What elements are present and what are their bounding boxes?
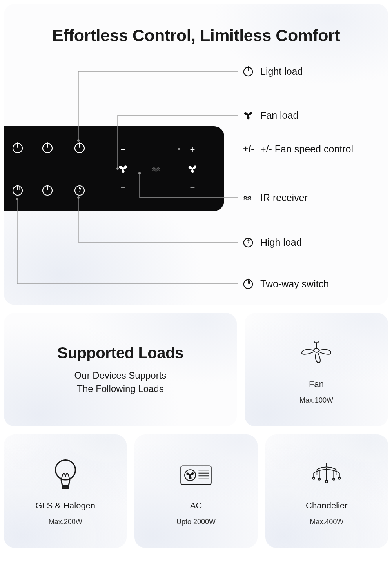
load-name: Fan — [309, 379, 324, 389]
load-tile-fan: Fan Max.100W — [245, 313, 388, 426]
panel-power-2 — [31, 126, 64, 169]
plus-icon: + — [190, 145, 195, 154]
callout-text: +/- Fan speed control — [260, 143, 353, 155]
ir-icon — [242, 191, 255, 204]
panel-power-3 — [64, 126, 96, 169]
panel-high-load-icon — [64, 169, 96, 211]
panel-two-way-icon — [4, 169, 31, 211]
minus-icon: − — [190, 183, 195, 192]
chandelier-icon — [309, 457, 344, 494]
panel-fan-control-2: + − — [163, 145, 222, 192]
panel-power-5 — [31, 169, 64, 211]
load-max: Max.100W — [299, 396, 333, 405]
power-icon — [242, 65, 255, 78]
callout-text: Two-way switch — [260, 278, 329, 290]
hero-title: Effortless Control, Limitless Comfort — [4, 4, 388, 45]
load-max: Max.400W — [310, 518, 343, 526]
callout-text: Light load — [260, 66, 303, 77]
panel-ir-icon — [151, 163, 163, 174]
callout-high-load: High load — [242, 236, 302, 249]
loads-header-card: Supported Loads Our Devices Supports The… — [4, 313, 237, 426]
ceiling-fan-icon — [299, 335, 334, 372]
hero-diagram-card: Effortless Control, Limitless Comfort + … — [4, 4, 388, 305]
fan-icon — [187, 163, 198, 174]
fan-icon — [117, 163, 129, 174]
bulb-icon — [48, 457, 83, 494]
ac-unit-icon — [178, 457, 214, 494]
power-bolt-icon — [242, 236, 255, 249]
load-max: Max.200W — [49, 518, 82, 526]
load-tile-ac: AC Upto 2000W — [134, 434, 257, 548]
load-tile-chandelier: Chandelier Max.400W — [265, 434, 388, 548]
load-name: Chandelier — [306, 501, 347, 511]
callout-light-load: Light load — [242, 65, 303, 78]
load-name: GLS & Halogen — [35, 501, 95, 511]
loads-title: Supported Loads — [57, 344, 183, 362]
power-1-icon — [242, 278, 255, 290]
plus-icon: + — [121, 145, 126, 154]
plus-minus-icon: +/- — [242, 143, 255, 155]
minus-icon: − — [121, 183, 126, 192]
fan-icon — [242, 109, 255, 122]
callout-fan-load: Fan load — [242, 109, 298, 122]
switch-panel: + − + − — [4, 126, 224, 211]
callout-ir: IR receiver — [242, 191, 308, 204]
callout-speed-control: +/- +/- Fan speed control — [242, 143, 353, 155]
loads-subtitle-2: The Following Loads — [77, 383, 163, 394]
panel-fan-control-1: + − — [96, 145, 151, 192]
callout-text: Fan load — [260, 110, 298, 121]
callout-two-way: Two-way switch — [242, 278, 329, 290]
load-name: AC — [190, 501, 202, 511]
callout-text: High load — [260, 237, 302, 248]
load-max: Upto 2000W — [176, 518, 216, 526]
load-tile-gls: GLS & Halogen Max.200W — [4, 434, 127, 548]
callout-text: IR receiver — [260, 192, 308, 203]
loads-subtitle-1: Our Devices Supports — [74, 370, 167, 381]
panel-power-1 — [4, 126, 31, 169]
